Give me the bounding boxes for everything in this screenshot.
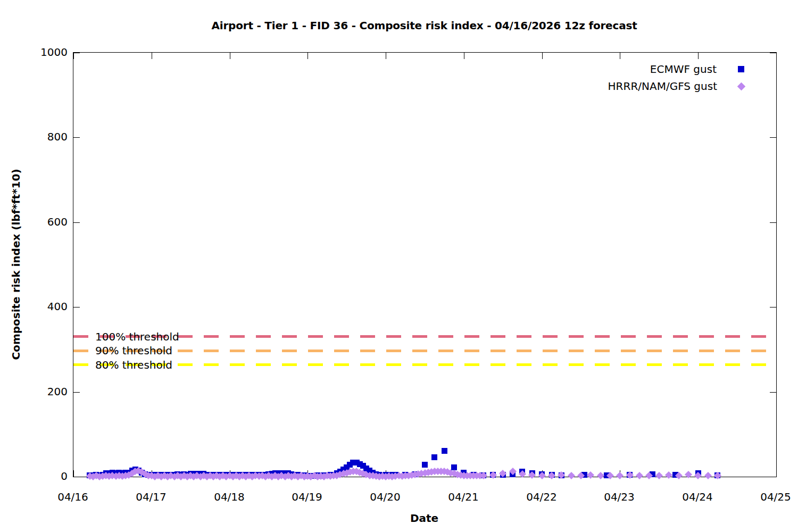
- x-tick-label: 04/24: [674, 491, 721, 503]
- y-tick: [73, 477, 80, 477]
- y-tick: [73, 392, 80, 393]
- y-axis-label: Composite risk index (lbf*ft*10): [2, 52, 30, 476]
- data-point-square: [442, 448, 447, 454]
- y-tick-label: 0: [4, 470, 68, 483]
- y-tick: [770, 137, 776, 138]
- x-tick-label: 04/25: [752, 491, 798, 503]
- data-point-diamond: [636, 472, 643, 479]
- x-tick-label: 04/19: [283, 491, 331, 503]
- data-point-diamond: [704, 472, 711, 479]
- x-tick: [698, 53, 699, 59]
- plot-area: ECMWF gust HRRR/NAM/GFS gust 100% thresh…: [73, 52, 777, 477]
- data-point-diamond: [665, 471, 672, 479]
- x-tick: [464, 53, 464, 59]
- x-tick-label: 04/18: [205, 491, 253, 503]
- legend-entry-hrrr: HRRR/NAM/GFS gust: [608, 78, 744, 94]
- x-tick-label: 04/23: [595, 491, 643, 503]
- data-point-square: [422, 462, 428, 468]
- x-tick-label: 04/17: [127, 491, 175, 503]
- threshold-label-100: 100% threshold: [95, 330, 179, 343]
- data-point-diamond: [597, 472, 604, 479]
- x-tick: [230, 53, 230, 59]
- threshold-label-90: 90% threshold: [95, 344, 172, 357]
- y-axis-label-text: Composite risk index (lbf*ft*10): [10, 169, 22, 360]
- y-tick: [73, 222, 80, 223]
- legend-square-marker-icon: [738, 66, 744, 72]
- y-tick: [770, 307, 776, 307]
- y-tick: [73, 307, 80, 307]
- x-tick: [73, 53, 74, 59]
- x-tick: [776, 53, 777, 59]
- data-point-diamond: [616, 472, 624, 479]
- data-point-diamond: [587, 471, 594, 479]
- legend-label-hrrr: HRRR/NAM/GFS gust: [608, 80, 717, 93]
- x-axis-label: Date: [73, 512, 776, 525]
- y-tick: [770, 53, 776, 53]
- x-tick: [542, 53, 543, 59]
- x-tick-label: 04/22: [518, 491, 566, 503]
- legend-diamond-marker-icon: [737, 82, 746, 90]
- y-tick: [73, 137, 80, 138]
- chart-title: Airport - Tier 1 - FID 36 - Composite ri…: [73, 19, 776, 32]
- y-tick-label: 200: [4, 385, 68, 398]
- x-tick-label: 04/16: [49, 491, 97, 503]
- y-tick-label: 1000: [4, 46, 68, 59]
- y-tick: [770, 222, 776, 223]
- y-tick: [770, 392, 776, 393]
- x-tick: [620, 53, 620, 59]
- threshold-line-90: [73, 350, 776, 352]
- x-tick: [386, 53, 386, 59]
- y-tick: [73, 53, 80, 53]
- data-point-diamond: [685, 471, 692, 478]
- x-tick: [73, 470, 74, 477]
- data-point-diamond: [655, 472, 663, 479]
- x-tick: [152, 53, 152, 59]
- y-tick-label: 800: [4, 130, 68, 143]
- x-tick: [307, 53, 308, 59]
- x-tick: [776, 470, 777, 477]
- x-tick-label: 04/21: [439, 491, 487, 503]
- y-tick-label: 400: [4, 300, 68, 313]
- legend-entry-ecmwf: ECMWF gust: [650, 61, 744, 77]
- data-point-diamond: [568, 472, 575, 479]
- y-tick-label: 600: [4, 215, 68, 228]
- threshold-label-80: 80% threshold: [95, 359, 172, 371]
- threshold-line-80: [73, 363, 776, 366]
- y-tick: [770, 477, 776, 477]
- x-tick-label: 04/20: [361, 491, 409, 503]
- legend-label-ecmwf: ECMWF gust: [650, 63, 717, 76]
- data-point-square: [431, 454, 437, 460]
